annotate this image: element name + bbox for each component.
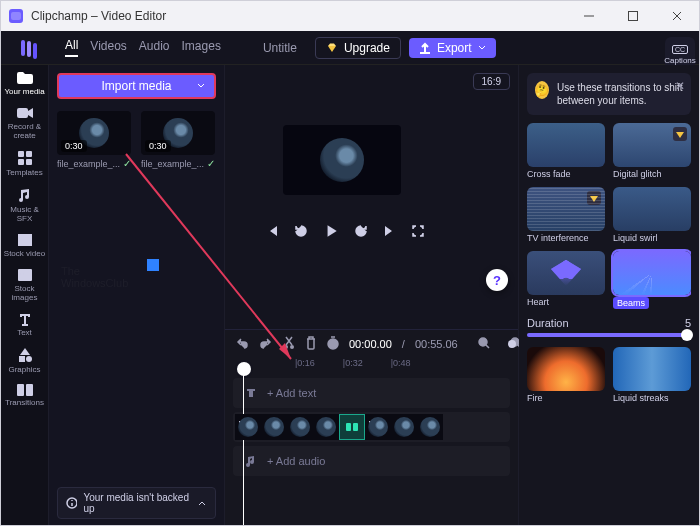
- import-media-button[interactable]: Import media: [57, 73, 216, 99]
- tip-box: 🤔 Use these transitions to shift between…: [527, 73, 691, 115]
- add-audio-label: + Add audio: [267, 455, 325, 467]
- backup-text: Your media isn't backed up: [83, 492, 197, 514]
- transition-fire[interactable]: Fire: [527, 347, 605, 403]
- svg-point-21: [284, 345, 288, 349]
- transition-heart[interactable]: Heart: [527, 251, 605, 309]
- transition-node[interactable]: [339, 414, 365, 440]
- svg-point-14: [20, 272, 23, 275]
- playhead[interactable]: [237, 362, 251, 376]
- player-controls: [265, 223, 425, 243]
- rail-transitions[interactable]: Transitions: [3, 384, 47, 407]
- audio-track[interactable]: + Add audio: [233, 446, 510, 476]
- rail-graphics[interactable]: Graphics: [3, 347, 47, 374]
- transition-tv-interference[interactable]: TV interference: [527, 187, 605, 243]
- rail-templates[interactable]: Templates: [3, 150, 47, 177]
- close-button[interactable]: [655, 1, 699, 31]
- rail-label: Music & SFX: [3, 205, 47, 223]
- media-name: file_example_...: [141, 159, 204, 169]
- watermark: The WindowsClub: [61, 265, 128, 289]
- delete-button[interactable]: [305, 336, 317, 352]
- maximize-button[interactable]: [611, 1, 655, 31]
- rail-music[interactable]: Music & SFX: [3, 187, 47, 223]
- tab-videos[interactable]: Videos: [90, 39, 126, 56]
- zoom-out-button[interactable]: [478, 337, 490, 351]
- svg-point-22: [290, 345, 294, 349]
- svg-rect-27: [346, 423, 351, 431]
- chevron-down-icon: [196, 81, 206, 91]
- upgrade-label: Upgrade: [344, 41, 390, 55]
- premium-badge: [673, 127, 687, 141]
- minimize-button[interactable]: [567, 1, 611, 31]
- rail-stock-images[interactable]: Stock images: [3, 268, 47, 302]
- svg-marker-2: [328, 43, 336, 46]
- slider-knob[interactable]: [681, 329, 693, 341]
- titlebar: Clipchamp – Video Editor: [1, 1, 699, 31]
- video-track[interactable]: [233, 412, 510, 442]
- music-icon: [17, 187, 33, 203]
- audio-track-icon: [243, 455, 259, 467]
- svg-rect-5: [17, 108, 28, 118]
- backup-banner[interactable]: Your media isn't backed up: [57, 487, 216, 519]
- project-title[interactable]: Untitle: [253, 37, 307, 59]
- transitions-icon: [17, 384, 33, 396]
- transition-digital-glitch[interactable]: Digital glitch: [613, 123, 691, 179]
- rail-text[interactable]: Text: [3, 312, 47, 337]
- media-duration: 0:30: [145, 140, 171, 152]
- prev-button[interactable]: [265, 224, 279, 242]
- rail-stock-video[interactable]: Stock video: [3, 233, 47, 258]
- rewind-button[interactable]: [293, 223, 309, 243]
- duration-slider[interactable]: [527, 333, 691, 337]
- media-item[interactable]: 0:30 file_example_...✓: [57, 111, 131, 169]
- transition-liquid-swirl[interactable]: Liquid swirl: [613, 187, 691, 243]
- left-rail: Your media Record & create Templates Mus…: [1, 65, 49, 525]
- help-button[interactable]: ?: [486, 269, 508, 291]
- emoji-icon: 🤔: [535, 81, 549, 99]
- media-name: file_example_...: [57, 159, 120, 169]
- close-tip-button[interactable]: ✕: [675, 79, 685, 93]
- forward-button[interactable]: [353, 223, 369, 243]
- time-total: 00:55.06: [415, 338, 458, 350]
- undo-button[interactable]: [235, 336, 249, 352]
- timeline: 00:00.00 / 00:55.06 |0:16 |0:32 |0:48: [225, 329, 518, 525]
- split-button[interactable]: [283, 336, 295, 352]
- rail-label: Stock images: [3, 284, 47, 302]
- app-icon: [9, 9, 23, 23]
- duration-value: 5: [685, 317, 691, 329]
- upgrade-button[interactable]: Upgrade: [315, 37, 401, 59]
- captions-label: Captions: [664, 56, 696, 65]
- transition-liquid-streaks[interactable]: Liquid streaks: [613, 347, 691, 403]
- record-icon: [16, 106, 34, 120]
- svg-marker-30: [590, 196, 598, 202]
- text-track[interactable]: + Add text: [233, 378, 510, 408]
- video-preview[interactable]: [283, 125, 401, 195]
- diamond-icon: [326, 42, 338, 54]
- svg-rect-12: [30, 234, 32, 246]
- chevron-up-icon: [197, 498, 207, 508]
- time-sep: /: [402, 338, 405, 350]
- svg-rect-18: [17, 384, 24, 396]
- rail-your-media[interactable]: Your media: [3, 71, 47, 96]
- tab-audio[interactable]: Audio: [139, 39, 170, 56]
- next-button[interactable]: [383, 224, 397, 242]
- aspect-ratio[interactable]: 16:9: [473, 73, 510, 90]
- tab-images[interactable]: Images: [182, 39, 221, 56]
- fullscreen-button[interactable]: [411, 224, 425, 242]
- svg-rect-8: [18, 159, 24, 165]
- duration-label: Duration: [527, 317, 569, 329]
- right-panel: 🤔 Use these transitions to shift between…: [519, 65, 699, 525]
- export-label: Export: [437, 41, 472, 55]
- play-button[interactable]: [323, 223, 339, 243]
- transition-beams[interactable]: Beams: [613, 251, 691, 309]
- rail-label: Templates: [6, 168, 42, 177]
- media-item[interactable]: 0:30 file_example_...✓: [141, 111, 215, 169]
- tip-text: Use these transitions to shift between y…: [557, 81, 683, 107]
- svg-marker-1: [328, 46, 336, 52]
- tab-all[interactable]: All: [65, 38, 78, 57]
- redo-button[interactable]: [259, 336, 273, 352]
- svg-rect-28: [353, 423, 358, 431]
- ruler-mark: |0:16: [295, 358, 315, 374]
- rail-record[interactable]: Record & create: [3, 106, 47, 140]
- transition-crossfade[interactable]: Cross fade: [527, 123, 605, 179]
- svg-marker-15: [20, 348, 30, 355]
- export-button[interactable]: Export: [409, 38, 496, 58]
